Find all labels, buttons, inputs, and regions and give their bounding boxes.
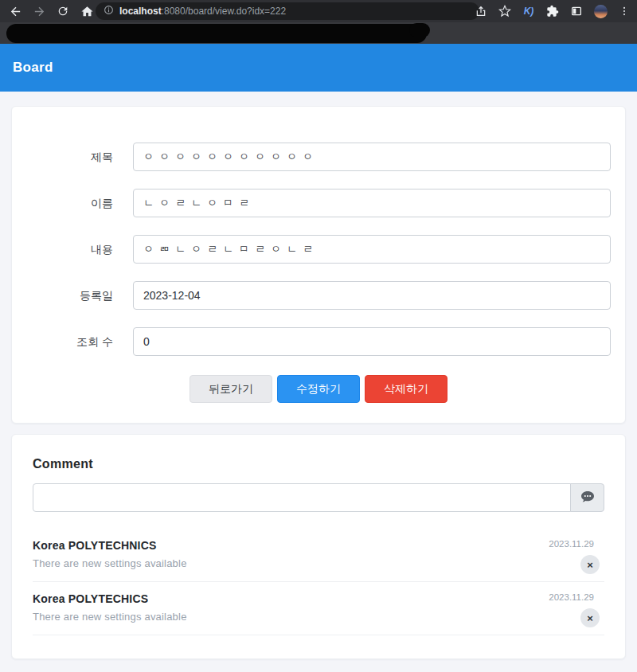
- form-row-views: 조회 수: [12, 327, 611, 356]
- name-label: 이름: [12, 189, 133, 217]
- speech-bubble-icon: [580, 490, 595, 506]
- back-button[interactable]: 뒤로가기: [190, 375, 272, 403]
- page-title: Board: [13, 60, 53, 76]
- comment-author: Korea POLYTECHICS: [33, 592, 604, 605]
- comment-text: There are new settings available: [33, 557, 604, 569]
- redacted-bookmarks-bump: [409, 23, 430, 37]
- comment-submit-button[interactable]: [570, 483, 604, 512]
- content-input[interactable]: [133, 235, 611, 264]
- board-detail-card: 제목 이름 내용 등록일 조회 수 뒤로가기 수정하기 삭제하기: [11, 106, 626, 424]
- date-label: 등록일: [12, 281, 133, 310]
- address-bar[interactable]: localhost:8080/board/view.do?idx=222: [96, 2, 479, 20]
- views-input[interactable]: [133, 327, 611, 356]
- form-actions: 뒤로가기 수정하기 삭제하기: [12, 375, 625, 403]
- content-label: 내용: [12, 235, 133, 264]
- comment-section-title: Comment: [33, 435, 604, 471]
- forward-icon[interactable]: [27, 2, 51, 21]
- sidebar-icon[interactable]: [565, 2, 588, 21]
- site-info-icon[interactable]: [104, 4, 114, 18]
- share-icon[interactable]: [470, 2, 492, 21]
- comment-delete-icon[interactable]: ×: [580, 555, 600, 574]
- edit-button[interactable]: 수정하기: [277, 375, 360, 403]
- reload-icon[interactable]: [51, 2, 75, 21]
- extension-k-icon[interactable]: K): [518, 2, 540, 21]
- back-icon[interactable]: [3, 2, 27, 21]
- redacted-bookmarks: [6, 24, 427, 43]
- views-label: 조회 수: [12, 327, 133, 356]
- menu-dots-icon[interactable]: [613, 2, 635, 21]
- form-row-date: 등록일: [12, 281, 611, 310]
- browser-toolbar: localhost:8080/board/view.do?idx=222 K): [0, 0, 637, 22]
- form-row-title: 제목: [12, 143, 611, 171]
- comment-date: 2023.11.29: [549, 592, 594, 602]
- form-row-content: 내용: [12, 235, 611, 264]
- title-input[interactable]: [133, 143, 611, 171]
- comment-delete-icon[interactable]: ×: [580, 608, 600, 627]
- comment-input-group: [33, 483, 604, 512]
- delete-button[interactable]: 삭제하기: [365, 375, 447, 403]
- extensions-puzzle-icon[interactable]: [541, 2, 564, 21]
- comment-text: There are new settings available: [33, 611, 604, 623]
- title-label: 제목: [12, 143, 133, 171]
- comment-item: Korea POLYTECHICS There are new settings…: [33, 582, 604, 635]
- comment-card: Comment Korea POLYTECHNICS There are new…: [11, 434, 626, 659]
- comment-item: Korea POLYTECHNICS There are new setting…: [33, 529, 604, 582]
- url-path: :8080/board/view.do?idx=222: [162, 6, 286, 17]
- name-input[interactable]: [133, 189, 611, 217]
- date-input[interactable]: [133, 281, 611, 310]
- url-host: localhost: [119, 6, 162, 17]
- app-header: Board: [0, 44, 637, 92]
- bookmark-star-icon[interactable]: [494, 2, 516, 21]
- comment-date: 2023.11.29: [549, 539, 594, 549]
- form-row-name: 이름: [12, 189, 611, 217]
- comment-input[interactable]: [33, 483, 571, 512]
- profile-avatar[interactable]: [589, 2, 612, 21]
- comment-author: Korea POLYTECHNICS: [33, 539, 604, 552]
